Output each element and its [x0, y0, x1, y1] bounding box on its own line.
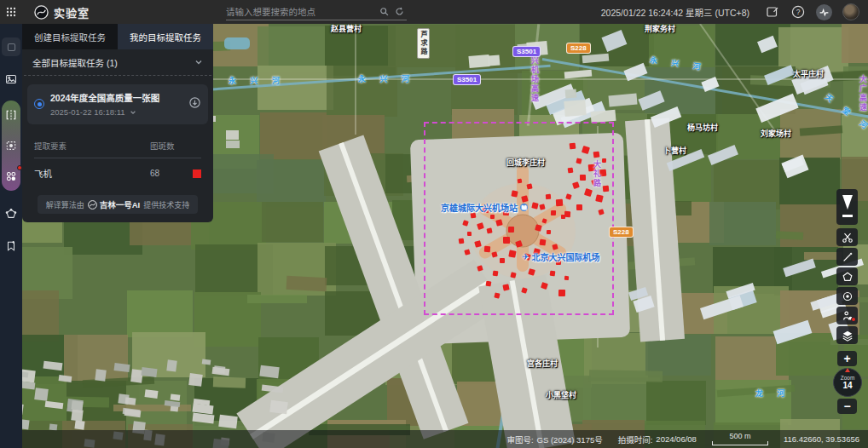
app-window: 赵县营村回城李庄村荆家务村太平庄村杨马坊村刘家场村卜营村宫各庄村小黑垡村永 兴 … — [0, 0, 868, 448]
map-license: 审图号:GS (2024) 3175号 — [506, 434, 602, 445]
building-block — [638, 90, 665, 111]
building-block — [226, 141, 240, 148]
building-block — [582, 53, 608, 63]
results-table: 提取要素 图斑数 飞机 68 — [22, 131, 213, 185]
cursor-coordinates: 116.42660, 39.53656 — [784, 434, 859, 444]
building-block — [43, 361, 63, 371]
swipe-tool-button[interactable] — [836, 189, 858, 225]
building-block — [114, 363, 130, 372]
locate-icon — [842, 290, 854, 302]
search-icon[interactable] — [376, 4, 391, 20]
draw-polygon-icon — [842, 271, 854, 283]
draw-line-icon — [842, 251, 854, 263]
algorithm-credit: 解译算法由 吉林一号AI 提供技术支持 — [38, 195, 198, 214]
zoom-level: 14 — [842, 381, 852, 390]
topbar-right: 2025/01/22 16:24:42 星期三 (UTC+8) ? — [601, 3, 868, 20]
building-block — [202, 359, 211, 365]
building-block — [35, 388, 49, 401]
building-block — [764, 65, 795, 85]
class-color-swatch — [193, 169, 201, 178]
polygon-icon[interactable] — [2, 204, 20, 223]
gallery-icon[interactable] — [2, 70, 20, 89]
zoom-in-button[interactable]: + — [837, 351, 857, 366]
building-block — [565, 89, 577, 98]
north-indicator — [845, 368, 850, 372]
tab-create-task[interactable]: 创建目标提取任务 — [22, 24, 118, 49]
building-block — [59, 375, 72, 382]
search-input[interactable] — [226, 7, 376, 17]
task-aoi-rectangle — [424, 122, 614, 315]
workspace-icon[interactable] — [2, 37, 20, 56]
ai-apps-icon[interactable] — [2, 167, 20, 186]
building-block — [781, 154, 808, 178]
task-radio[interactable] — [34, 99, 44, 109]
building-block — [708, 145, 738, 165]
building-block — [783, 259, 815, 278]
icon-rail — [0, 24, 22, 448]
capture-date: 拍摄时间:2024/06/08 — [618, 434, 697, 445]
task-filter-dropdown[interactable]: 全部目标提取任务 (1) — [22, 49, 213, 75]
surveyor-tool-button[interactable] — [836, 307, 858, 325]
building-block — [211, 367, 229, 376]
brand-logo — [34, 5, 49, 20]
building-block — [489, 55, 501, 66]
task-info: 2024年度全国高质量一张图 2025-01-22 16:18:11 — [50, 91, 182, 117]
zoom-out-button[interactable]: − — [837, 399, 857, 414]
brand: 实验室 — [34, 4, 90, 20]
compass-zoom-dial[interactable]: Zoom 14 — [833, 368, 862, 397]
select-area-icon[interactable] — [2, 136, 20, 155]
scale-bar: 500 m — [712, 433, 768, 445]
table-row: 飞机 68 — [34, 158, 201, 185]
building-block — [74, 420, 84, 429]
building-block — [755, 94, 798, 123]
clip-icon — [842, 232, 854, 244]
draw-polygon-button[interactable] — [836, 267, 858, 285]
locate-tool-button[interactable] — [836, 287, 858, 305]
building-block — [757, 36, 778, 54]
notification-dot — [17, 165, 22, 170]
chevron-down-icon — [194, 58, 203, 66]
building-block — [259, 365, 280, 379]
building-block — [144, 389, 158, 399]
draw-line-button[interactable] — [836, 248, 858, 266]
building-block — [269, 400, 288, 414]
element-count: 68 — [150, 169, 189, 178]
clip-tool-button[interactable] — [836, 228, 858, 246]
building-block — [700, 296, 744, 320]
building-block — [171, 393, 180, 400]
building-block — [95, 369, 107, 382]
tab-my-tasks[interactable]: 我的目标提取任务 — [118, 24, 213, 49]
swipe-icon — [839, 192, 856, 221]
building-block — [564, 100, 587, 117]
building-block — [45, 401, 64, 409]
bookmark-add-icon[interactable] — [2, 237, 20, 256]
building-block — [72, 400, 84, 411]
apps-grid-icon[interactable] — [0, 0, 22, 24]
task-panel: 创建目标提取任务 我的目标提取任务 全部目标提取任务 (1) 2024年度全国高… — [22, 24, 213, 222]
zoom-to-task-icon[interactable] — [188, 96, 201, 112]
datetime: 2025/01/22 16:24:42 星期三 (UTC+8) — [601, 6, 749, 19]
jilin-brand: 吉林一号AI — [88, 198, 141, 210]
building-block — [773, 320, 812, 344]
reset-search-icon[interactable] — [391, 4, 407, 20]
activity-icon[interactable] — [816, 4, 832, 20]
status-bar: 审图号:GS (2024) 3175号 拍摄时间:2024/06/08 500 … — [0, 430, 868, 448]
layers-button[interactable] — [836, 326, 858, 344]
building-block — [141, 367, 157, 377]
task-timestamp[interactable]: 2025-01-22 16:18:11 — [50, 107, 182, 117]
help-icon[interactable]: ? — [790, 4, 806, 20]
divider — [24, 75, 211, 76]
avatar[interactable] — [842, 3, 859, 20]
building-block — [601, 30, 627, 52]
task-card[interactable]: 2024年度全国高质量一张图 2025-01-22 16:18:11 — [27, 84, 208, 124]
ai-tools-capsule — [2, 101, 20, 191]
building-block — [701, 77, 719, 92]
element-name: 飞机 — [34, 167, 150, 180]
compare-icon[interactable] — [2, 106, 20, 124]
building-block — [623, 63, 647, 82]
building-block — [166, 359, 177, 372]
building-block — [193, 413, 215, 424]
svg-text:?: ? — [796, 8, 801, 16]
zoom-word: Zoom — [841, 375, 855, 381]
note-icon[interactable] — [765, 4, 780, 20]
